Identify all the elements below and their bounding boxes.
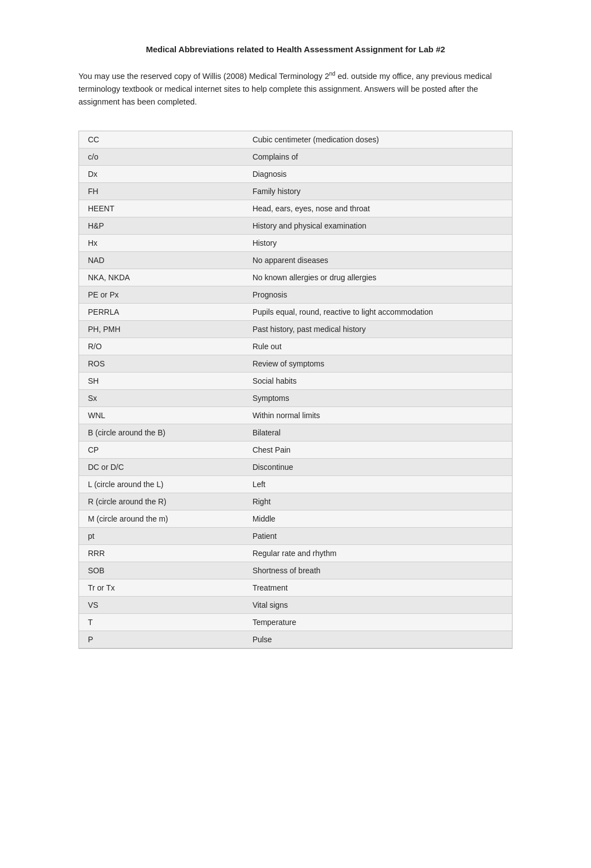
table-row: ROSReview of symptoms xyxy=(79,355,512,373)
meaning-cell: Discontinue xyxy=(244,459,512,476)
meaning-cell: Review of symptoms xyxy=(244,355,512,373)
abbreviation-cell: PE or Px xyxy=(79,286,244,304)
abbreviation-cell: SOB xyxy=(79,562,244,579)
table-row: R (circle around the R)Right xyxy=(79,493,512,510)
abbreviation-cell: PH, PMH xyxy=(79,321,244,338)
table-row: L (circle around the L)Left xyxy=(79,476,512,493)
meaning-cell: Symptoms xyxy=(244,390,512,407)
meaning-cell: Cubic centimeter (medication doses) xyxy=(244,131,512,148)
abbreviations-table: CCCubic centimeter (medication doses)c/o… xyxy=(79,131,512,648)
abbreviation-cell: Tr or Tx xyxy=(79,579,244,597)
meaning-cell: Patient xyxy=(244,528,512,545)
meaning-cell: Past history, past medical history xyxy=(244,321,512,338)
table-row: DxDiagnosis xyxy=(79,166,512,183)
meaning-cell: Prognosis xyxy=(244,286,512,304)
table-row: PERRLAPupils equal, round, reactive to l… xyxy=(79,304,512,321)
table-row: CCCubic centimeter (medication doses) xyxy=(79,131,512,148)
meaning-cell: Family history xyxy=(244,183,512,200)
meaning-cell: Chest Pain xyxy=(244,442,512,459)
table-row: PE or PxPrognosis xyxy=(79,286,512,304)
abbreviation-cell: CC xyxy=(79,131,244,148)
abbreviation-cell: NAD xyxy=(79,252,244,269)
table-row: NKA, NKDANo known allergies or drug alle… xyxy=(79,269,512,286)
meaning-cell: Pupils equal, round, reactive to light a… xyxy=(244,304,512,321)
table-row: PPulse xyxy=(79,631,512,648)
meaning-cell: Head, ears, eyes, nose and throat xyxy=(244,200,512,217)
table-row: SxSymptoms xyxy=(79,390,512,407)
meaning-cell: Bilateral xyxy=(244,424,512,442)
meaning-cell: History xyxy=(244,235,512,252)
abbreviation-cell: H&P xyxy=(79,217,244,235)
abbreviation-cell: P xyxy=(79,631,244,648)
table-row: HEENTHead, ears, eyes, nose and throat xyxy=(79,200,512,217)
abbreviation-cell: pt xyxy=(79,528,244,545)
abbreviation-cell: NKA, NKDA xyxy=(79,269,244,286)
table-row: RRRRegular rate and rhythm xyxy=(79,545,512,562)
table-row: R/ORule out xyxy=(79,338,512,355)
abbreviation-cell: c/o xyxy=(79,148,244,166)
abbreviation-cell: Dx xyxy=(79,166,244,183)
table-row: NADNo apparent diseases xyxy=(79,252,512,269)
abbreviation-cell: SH xyxy=(79,373,244,390)
intro-paragraph: You may use the reserved copy of Willis … xyxy=(78,70,513,108)
abbreviations-table-wrapper: CCCubic centimeter (medication doses)c/o… xyxy=(78,131,513,649)
abbreviation-cell: M (circle around the m) xyxy=(79,510,244,528)
table-row: TTemperature xyxy=(79,614,512,631)
table-row: WNLWithin normal limits xyxy=(79,407,512,424)
table-row: c/oComplains of xyxy=(79,148,512,166)
meaning-cell: Regular rate and rhythm xyxy=(244,545,512,562)
meaning-cell: Rule out xyxy=(244,338,512,355)
table-row: CPChest Pain xyxy=(79,442,512,459)
meaning-cell: No apparent diseases xyxy=(244,252,512,269)
superscript: nd xyxy=(329,71,336,77)
abbreviation-cell: ROS xyxy=(79,355,244,373)
meaning-cell: Treatment xyxy=(244,579,512,597)
abbreviation-cell: T xyxy=(79,614,244,631)
table-row: FHFamily history xyxy=(79,183,512,200)
table-row: Tr or TxTreatment xyxy=(79,579,512,597)
abbreviation-cell: HEENT xyxy=(79,200,244,217)
abbreviation-cell: CP xyxy=(79,442,244,459)
abbreviation-cell: R/O xyxy=(79,338,244,355)
table-row: VSVital signs xyxy=(79,597,512,614)
table-row: M (circle around the m)Middle xyxy=(79,510,512,528)
table-row: DC or D/CDiscontinue xyxy=(79,459,512,476)
abbreviation-cell: R (circle around the R) xyxy=(79,493,244,510)
table-row: HxHistory xyxy=(79,235,512,252)
table-row: B (circle around the B)Bilateral xyxy=(79,424,512,442)
abbreviation-cell: Hx xyxy=(79,235,244,252)
meaning-cell: Diagnosis xyxy=(244,166,512,183)
abbreviation-cell: PERRLA xyxy=(79,304,244,321)
abbreviation-cell: L (circle around the L) xyxy=(79,476,244,493)
intro-text-part1: You may use the reserved copy of Willis … xyxy=(78,72,329,81)
abbreviation-cell: B (circle around the B) xyxy=(79,424,244,442)
table-row: H&PHistory and physical examination xyxy=(79,217,512,235)
abbreviation-cell: FH xyxy=(79,183,244,200)
abbreviation-cell: WNL xyxy=(79,407,244,424)
abbreviation-cell: Sx xyxy=(79,390,244,407)
table-row: SOBShortness of breath xyxy=(79,562,512,579)
table-row: SHSocial habits xyxy=(79,373,512,390)
meaning-cell: Pulse xyxy=(244,631,512,648)
abbreviation-cell: VS xyxy=(79,597,244,614)
meaning-cell: No known allergies or drug allergies xyxy=(244,269,512,286)
meaning-cell: Social habits xyxy=(244,373,512,390)
page-title: Medical Abbreviations related to Health … xyxy=(78,44,513,54)
meaning-cell: Within normal limits xyxy=(244,407,512,424)
meaning-cell: History and physical examination xyxy=(244,217,512,235)
abbreviation-cell: DC or D/C xyxy=(79,459,244,476)
meaning-cell: Right xyxy=(244,493,512,510)
table-row: ptPatient xyxy=(79,528,512,545)
meaning-cell: Temperature xyxy=(244,614,512,631)
meaning-cell: Left xyxy=(244,476,512,493)
meaning-cell: Middle xyxy=(244,510,512,528)
meaning-cell: Complains of xyxy=(244,148,512,166)
table-row: PH, PMHPast history, past medical histor… xyxy=(79,321,512,338)
abbreviation-cell: RRR xyxy=(79,545,244,562)
meaning-cell: Vital signs xyxy=(244,597,512,614)
meaning-cell: Shortness of breath xyxy=(244,562,512,579)
